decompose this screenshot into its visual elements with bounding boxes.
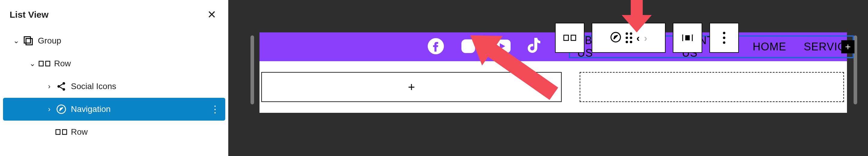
tree-item-label: Group [38, 36, 61, 46]
compass-icon [55, 103, 68, 116]
compass-icon[interactable] [610, 32, 621, 44]
tree-item-label: Navigation [71, 105, 111, 114]
svg-marker-8 [59, 107, 63, 111]
app-root: List View ✕ ⌄ Group ⌄ Row › [0, 0, 868, 156]
close-icon[interactable]: ✕ [207, 8, 216, 21]
drag-handle-icon[interactable] [626, 32, 632, 43]
nav-link[interactable]: SERVIC [804, 40, 845, 53]
list-view-title: List View [10, 10, 49, 20]
chevron-right-icon[interactable]: › [45, 105, 54, 113]
row-icon [55, 125, 68, 139]
svg-rect-9 [56, 129, 60, 134]
justify-button[interactable] [673, 23, 702, 53]
tree-item-row[interactable]: ⌄ Row [3, 52, 225, 75]
empty-column-placeholder[interactable] [580, 72, 844, 102]
svg-rect-1 [26, 39, 32, 45]
svg-marker-24 [622, 0, 652, 32]
tree-item-label: Row [71, 127, 88, 137]
tree-item-group[interactable]: ⌄ Group [3, 29, 225, 52]
block-tree: ⌄ Group ⌄ Row › Social Icons [0, 29, 228, 144]
tree-item-label: Row [54, 59, 71, 68]
add-block-button[interactable]: + [841, 40, 855, 53]
plus-icon: + [408, 80, 415, 94]
share-icon [55, 80, 68, 93]
chevron-down-icon[interactable]: ⌄ [12, 37, 21, 45]
annotation-arrow-down [619, 0, 655, 33]
options-button[interactable] [709, 23, 739, 53]
move-right-button[interactable]: › [644, 32, 647, 44]
group-icon [22, 34, 35, 47]
chevron-right-icon[interactable]: › [45, 82, 54, 90]
svg-point-6 [62, 88, 65, 91]
list-view-header: List View ✕ [0, 0, 228, 29]
list-view-panel: List View ✕ ⌄ Group ⌄ Row › [0, 0, 228, 156]
editor-canvas: ‹ › ABOUT US BLOG CO [228, 0, 868, 156]
svg-rect-10 [62, 129, 67, 134]
chevron-down-icon[interactable]: ⌄ [28, 60, 37, 68]
more-vertical-icon [723, 32, 725, 44]
svg-point-5 [57, 85, 60, 88]
svg-point-4 [62, 82, 65, 85]
tree-item-label: Social Icons [71, 82, 116, 91]
nav-link[interactable]: HOME [753, 40, 786, 53]
move-left-button[interactable]: ‹ [637, 32, 640, 44]
svg-rect-2 [39, 61, 43, 66]
svg-marker-14 [614, 35, 618, 39]
options-icon[interactable]: ⋮ [210, 104, 220, 115]
svg-rect-12 [571, 35, 576, 40]
tree-item-row[interactable]: Row [3, 121, 225, 144]
row-icon [38, 57, 51, 70]
tree-item-navigation[interactable]: › Navigation ⋮ [3, 98, 225, 121]
tree-item-social-icons[interactable]: › Social Icons [3, 75, 225, 98]
header-row[interactable]: ABOUT US BLOG CONTACT US HOME SERVIC + [259, 32, 847, 61]
select-parent-button[interactable] [555, 23, 585, 53]
svg-rect-3 [45, 61, 50, 66]
facebook-icon[interactable] [428, 38, 444, 55]
svg-rect-0 [24, 37, 31, 43]
scrollbar[interactable] [250, 35, 254, 105]
svg-rect-17 [686, 36, 689, 40]
svg-rect-11 [564, 35, 568, 40]
